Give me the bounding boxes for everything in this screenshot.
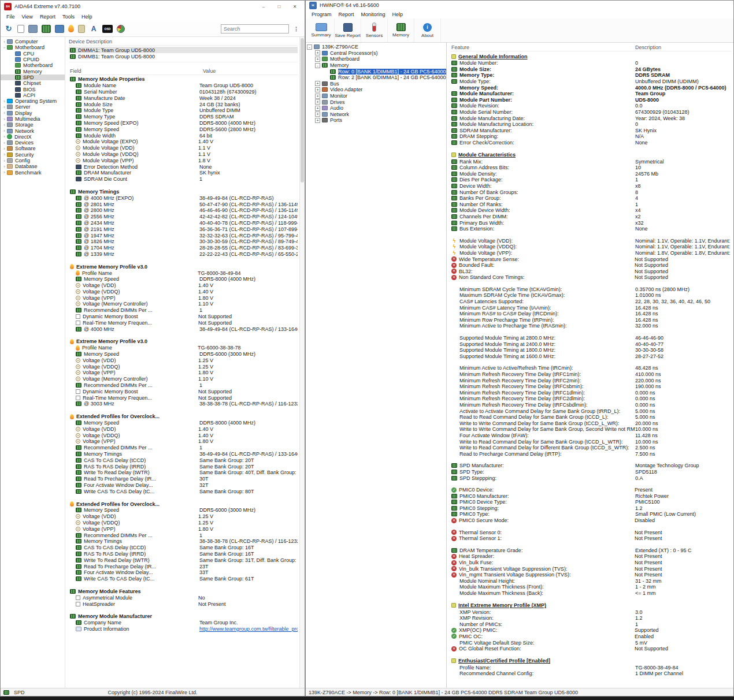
table-row[interactable]: @ 1704 MHz 28-28-28-55 (CL-RCD-RP-RAS) /… — [69, 245, 298, 251]
table-row[interactable]: Recommended DIMMs Per ... 1 — [69, 445, 298, 451]
feature-row[interactable]: Vin_bulk Transient Voltage Suppression (… — [450, 565, 731, 572]
tree-item[interactable]: + Audio — [306, 105, 446, 111]
table-row[interactable]: Serial Number 01043128h (674300929) — [69, 89, 298, 95]
feature-row[interactable]: Minimum Refresh Recovery Time Delay (tRF… — [450, 383, 731, 390]
table-row[interactable]: Recommended DIMMs Per ... 1 — [69, 532, 298, 538]
sidebar-tree-item[interactable]: › Network — [1, 128, 65, 133]
sidebar-tree-item[interactable]: › Config — [1, 158, 65, 163]
sidebar-tree-item[interactable]: › Operating System — [1, 98, 65, 104]
feature-row[interactable]: Minimum Refresh Recovery Time Delay (tRF… — [450, 377, 731, 383]
value-column-header[interactable]: Value — [203, 68, 216, 74]
table-row[interactable]: Voltage (VDDQ) 1.25 V — [69, 363, 298, 370]
feature-row[interactable]: SDRAM Manufacturer: SK Hynix — [450, 128, 731, 134]
feature-row[interactable]: PMIC Voltage Default Step Size: 5 mV — [450, 639, 731, 646]
toolbar-button[interactable]: ↻ — [4, 25, 13, 33]
feature-row[interactable]: Rank Mix: Symmetrical — [450, 158, 731, 165]
expand-collapse-icon[interactable]: + — [315, 87, 320, 92]
sidebar-tree-item[interactable]: Motherboard — [1, 62, 65, 68]
table-row[interactable]: Read To Precharge Delay (tR... 30T — [69, 476, 298, 482]
feature-row[interactable]: Minimum Row Precharge Time (tRPmin): 16.… — [450, 317, 731, 323]
table-row[interactable]: Company Name Team Group Inc. — [69, 620, 298, 626]
feature-row[interactable]: Thermal Sensor 0: Not Present — [450, 529, 731, 535]
scrollbar-thumb[interactable] — [301, 38, 304, 183]
feature-row[interactable]: Supported Module Timing at 2400.0 MHz: 4… — [450, 341, 731, 347]
table-row[interactable]: @ 3003 MHz 38-38-38-78 (CL-RCD-RP-RAS) /… — [69, 401, 298, 407]
feature-row[interactable]: Module Density: 24576 Mb — [450, 171, 731, 177]
about-button[interactable]: About — [414, 18, 441, 42]
table-row[interactable]: Memory Speed DDR5-8000 (4000 MHz) — [69, 276, 298, 282]
table-row[interactable]: Four Activate Window Delay... 33T — [69, 569, 298, 576]
table-row[interactable]: Voltage (VPP) 1.80 V — [69, 370, 298, 376]
feature-row[interactable]: PMIC0 Stepping: 1.2 — [450, 505, 731, 512]
feature-row[interactable]: Vin_bulk Fuse: Not Present — [450, 560, 731, 566]
feature-row[interactable]: Dies Per Package: 1 — [450, 177, 731, 183]
table-row[interactable]: Real-Time Memory Frequen... Not Supporte… — [69, 394, 298, 401]
feature-row[interactable]: Write to Read Command Delay for Same Ban… — [450, 438, 731, 445]
feature-row[interactable]: Module Revision: 0.0 — [450, 103, 731, 109]
feature-row[interactable]: Non Standard Core Timings: Not Supported — [450, 274, 731, 281]
table-row[interactable]: Recommended DIMMs Per ... 1 — [69, 382, 298, 389]
menu-item[interactable]: Help — [78, 13, 96, 20]
feature-row[interactable]: Number Of Ranks: 1 — [450, 201, 731, 207]
feature-row[interactable]: Module Device Width: x4 — [450, 207, 731, 214]
table-row[interactable]: Product Information http://www.teamgroup… — [69, 626, 298, 632]
section-header-row[interactable]: Memory Module Features — [69, 589, 298, 595]
section-header-row[interactable]: Memory Timings — [69, 189, 298, 195]
feature-row[interactable]: Heat Spreader: Not Present — [450, 553, 731, 560]
toolbar-button[interactable] — [68, 25, 74, 32]
menu-item[interactable]: Help — [389, 11, 407, 18]
table-row[interactable]: Voltage (VDD) 1.40 V — [69, 282, 298, 289]
table-row[interactable]: Error Detection Method None — [69, 163, 298, 170]
minimize-icon[interactable]: – — [257, 4, 270, 9]
expand-collapse-icon[interactable]: + — [315, 50, 320, 55]
table-row[interactable]: Module Name Team Group UD5-8000 — [69, 83, 298, 89]
table-row[interactable]: Voltage (VDD) 1.25 V — [69, 357, 298, 363]
maximize-icon[interactable]: □ — [273, 4, 286, 9]
expand-collapse-icon[interactable]: + — [315, 94, 320, 99]
feature-row[interactable]: Module Size: 24 GBytes — [450, 66, 731, 73]
feature-row[interactable]: Column Address Bits: 10 — [450, 165, 731, 171]
scrollbar[interactable] — [299, 37, 305, 688]
feature-row[interactable]: Minimum Refresh Recovery Time Delay (tRF… — [450, 396, 731, 402]
feature-row[interactable]: PMIC0 Device Type: PMIC5100 — [450, 499, 731, 505]
tree-item[interactable]: - Memory — [306, 62, 446, 69]
sidebar-tree-item[interactable]: › Benchmark — [1, 170, 65, 176]
toolbar-button[interactable]: OSD — [102, 25, 113, 33]
feature-row[interactable]: Read to Read Command Delay for Same Bank… — [450, 414, 731, 420]
expand-collapse-icon[interactable]: + — [315, 106, 320, 111]
feature-row[interactable]: Module Type: Unbuffered DIMM (UDIMM) — [450, 79, 731, 85]
table-row[interactable]: Voltage (Memory Controller) 1.10 V — [69, 376, 298, 382]
close-icon[interactable]: ✕ — [288, 4, 301, 9]
tree-item[interactable]: + Motherboard — [306, 56, 446, 62]
table-row[interactable]: Read To Precharge Delay (tR... 23T — [69, 563, 298, 569]
table-row[interactable]: Module Size 24 GB (32 banks) — [69, 101, 298, 107]
feature-row[interactable]: Minimum Refresh Recovery Time Delay (tRF… — [450, 402, 731, 408]
table-row[interactable]: Memory Speed DDR5-8000 (4000 MHz) — [69, 420, 298, 426]
sensors-button[interactable]: Sensors — [361, 18, 388, 42]
feature-row[interactable]: Read to Precharge Command Delay (tRTP): … — [450, 450, 731, 457]
feature-row[interactable]: Profile Name: TG-8000-38-49-84 — [450, 664, 731, 671]
feature-row[interactable]: Minimum RAS# to CAS# Delay (tRCDmin): 16… — [450, 311, 731, 317]
tree-item[interactable]: + Central Processor(s) — [306, 50, 446, 57]
table-row[interactable]: Write CAS To CAS Delay (tC... Same Bank … — [69, 576, 298, 582]
table-row[interactable]: Dynamic Memory Boost Not Supported — [69, 388, 298, 394]
table-row[interactable]: Module Width 64 bit — [69, 132, 298, 139]
table-row[interactable]: Voltage (VPP) 1.80 V — [69, 295, 298, 301]
feature-row[interactable]: XMP Revision: 1.2 — [450, 615, 731, 621]
feature-row[interactable]: Channels Per DIMM: x2 — [450, 214, 731, 220]
feature-row[interactable]: Bus Extension: None — [450, 226, 731, 232]
table-row[interactable]: SDRAM Die Count 1 — [69, 176, 298, 183]
feature-row[interactable]: SPD Type: SPD5118 — [450, 469, 731, 475]
toolbar-button[interactable] — [28, 25, 38, 33]
tree-item[interactable]: + Monitor — [306, 93, 446, 99]
tree-item[interactable]: + Bus — [306, 81, 446, 87]
table-row[interactable]: Voltage (VDDQ) 1.40 V — [69, 432, 298, 438]
table-row[interactable]: Module Type Unbuffered DIMM — [69, 107, 298, 114]
table-row[interactable]: CAS To CAS Delay (tCCD) Same Bank Group:… — [69, 457, 298, 463]
search-input[interactable] — [221, 24, 289, 33]
toolbar-button[interactable] — [42, 25, 51, 33]
table-row[interactable]: @ 4000 MHz (EXPO) 38-49-49-84 (CL-RCD-RP… — [69, 195, 298, 201]
tree-item[interactable]: + Network — [306, 111, 446, 118]
feature-row[interactable]: Number Of Bank Groups: 8 — [450, 189, 731, 195]
feature-row[interactable]: BL32: Not Supported — [450, 268, 731, 274]
